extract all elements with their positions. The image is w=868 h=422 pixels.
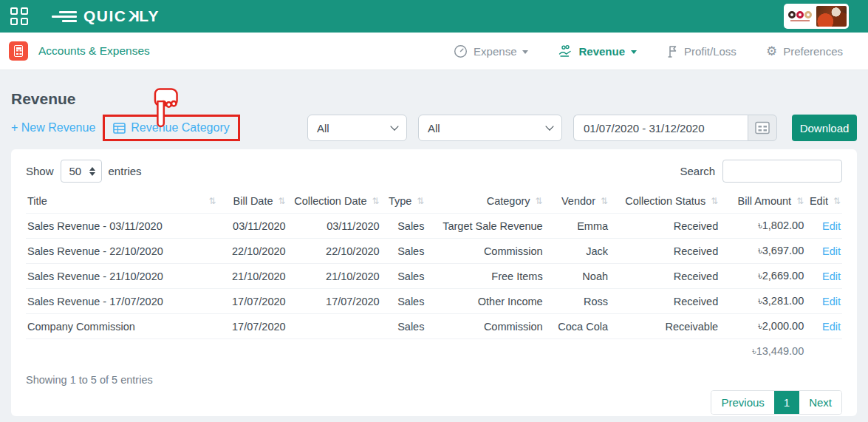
search-input[interactable] [722, 160, 842, 183]
category-filter-select[interactable]: All [418, 115, 562, 141]
type-filter-select[interactable]: All [307, 115, 407, 141]
pagination-previous-button[interactable]: Previous [711, 391, 773, 414]
table-cell: Sales [381, 289, 426, 314]
table-cell: Sales Revenue - 17/07/2020 [26, 289, 218, 314]
column-header-category[interactable]: Category⇅ [426, 189, 544, 214]
table-cell: 17/07/2020 [218, 314, 287, 339]
page-content: Revenue + New Revenue Revenue Category A… [0, 90, 868, 416]
column-label: Title [27, 195, 47, 207]
new-revenue-link[interactable]: + New Revenue [11, 121, 95, 135]
edit-link[interactable]: Edit [822, 296, 841, 307]
gauge-icon [454, 44, 468, 58]
page-size-select[interactable]: 50 [61, 160, 102, 183]
nav-item-expense[interactable]: Expense [454, 44, 528, 58]
pagination-next-button[interactable]: Next [799, 391, 841, 414]
table-cell: Sales [381, 214, 426, 239]
show-label: Show [26, 165, 54, 177]
table-cell: Sales [381, 314, 426, 339]
nav-item-profit-loss[interactable]: Profit/Loss [666, 44, 737, 58]
account-widget[interactable] [784, 4, 849, 29]
column-header-type[interactable]: Type⇅ [381, 189, 426, 214]
table-cell: 03/11/2020 [218, 214, 287, 239]
table-cell: Sales Revenue - 03/11/2020 [26, 214, 218, 239]
edit-cell: Edit [805, 239, 842, 264]
table-cell: Sales Revenue - 22/10/2020 [26, 239, 218, 264]
search-control: Search [680, 160, 842, 183]
column-header-edit[interactable]: Edit⇅ [805, 189, 842, 214]
apps-grid-icon[interactable] [10, 7, 28, 25]
table-footer: Showing 1 to 5 of 5 entries Previous 1 N… [26, 370, 842, 415]
table-cell: 17/07/2020 [218, 289, 287, 314]
download-button[interactable]: Download [792, 115, 857, 141]
table-cell: ৳1,802.00 [720, 214, 805, 239]
module-nav-bar: Accounts & Expenses Expense Revenue Prof… [0, 33, 868, 70]
total-bill-amount: ৳13,449.00 [720, 339, 805, 364]
brand-logo[interactable]: QUICKLY [52, 7, 160, 25]
column-label: Bill Date [233, 195, 273, 207]
calendar-addon-button[interactable] [748, 115, 777, 141]
sort-icon: ⇅ [601, 196, 608, 206]
column-header-bill-date[interactable]: Bill Date⇅ [218, 189, 287, 214]
sort-icon: ⇅ [278, 196, 286, 206]
table-row: Sales Revenue - 22/10/202022/10/202022/1… [26, 239, 842, 264]
sort-icon: ⇅ [796, 196, 804, 206]
calculator-app-icon [9, 41, 28, 61]
speed-lines-icon [52, 11, 77, 22]
table-cell: Noah [544, 264, 609, 289]
nav-item-revenue[interactable]: Revenue [558, 44, 637, 58]
column-label: Category [487, 195, 530, 207]
selected-value: All [428, 122, 440, 135]
edit-cell: Edit [805, 314, 842, 339]
table-cell: Company Commission [26, 314, 218, 339]
chevron-down-icon [390, 122, 398, 130]
column-label: Bill Amount [738, 195, 792, 207]
edit-cell: Edit [805, 289, 842, 314]
selected-value: All [317, 122, 329, 135]
nav-item-preferences[interactable]: ⚙ Preferences [766, 45, 843, 58]
column-header-collection-date[interactable]: Collection Date⇅ [287, 189, 381, 214]
filters: All All Download [307, 115, 857, 141]
entries-label: entries [109, 165, 142, 177]
revenue-table: Title⇅Bill Date⇅Collection Date⇅Type⇅Cat… [26, 189, 842, 364]
column-header-bill-amount[interactable]: Bill Amount⇅ [720, 189, 805, 214]
table-cell: Sales Revenue - 21/10/2020 [26, 264, 218, 289]
showing-entries-text: Showing 1 to 5 of 5 entries [26, 374, 153, 386]
total-row: ৳13,449.00 [26, 339, 842, 364]
table-cell: Other Income [426, 289, 544, 314]
table-cell: 17/07/2020 [287, 289, 381, 314]
edit-link[interactable]: Edit [822, 321, 841, 333]
table-cell: Sales [381, 239, 426, 264]
table-list-icon [113, 123, 126, 134]
column-header-title[interactable]: Title⇅ [26, 189, 218, 214]
table-cell: Commission [426, 239, 544, 264]
sort-icon: ⇅ [833, 196, 841, 206]
table-cell: Received [609, 289, 720, 314]
column-header-vendor[interactable]: Vendor⇅ [544, 189, 609, 214]
date-range-input[interactable] [573, 115, 748, 141]
table-row: Sales Revenue - 21/10/202021/10/202021/1… [26, 264, 842, 289]
flag-chart-icon [666, 44, 678, 58]
table-cell: Target Sale Revenue [426, 214, 544, 239]
column-header-collection-status[interactable]: Collection Status⇅ [609, 189, 720, 214]
nav-item-label: Revenue [578, 45, 625, 58]
column-label: Collection Date [294, 195, 366, 207]
table-cell: 22/10/2020 [218, 239, 287, 264]
table-cell: Received [609, 239, 720, 264]
table-cell: Jack [544, 239, 609, 264]
page-size-value: 50 [69, 165, 82, 177]
pagination-page-1-button[interactable]: 1 [774, 391, 799, 414]
nav-items: Expense Revenue Profit/Loss ⚙ Preference… [454, 44, 843, 58]
app-identity[interactable]: Accounts & Expenses [9, 41, 150, 61]
edit-cell: Edit [805, 264, 842, 289]
table-cell: Commission [426, 314, 544, 339]
edit-link[interactable]: Edit [822, 220, 841, 232]
edit-link[interactable]: Edit [822, 245, 841, 257]
table-cell: 21/10/2020 [218, 264, 287, 289]
column-label: Collection Status [625, 195, 705, 207]
table-cell: 21/10/2020 [287, 264, 381, 289]
edit-link[interactable]: Edit [822, 270, 841, 282]
chevron-down-icon [631, 50, 637, 54]
table-cell: ৳3,697.00 [720, 239, 805, 264]
toolbar: + New Revenue Revenue Category All All D… [11, 115, 857, 141]
table-cell: Received [609, 264, 720, 289]
